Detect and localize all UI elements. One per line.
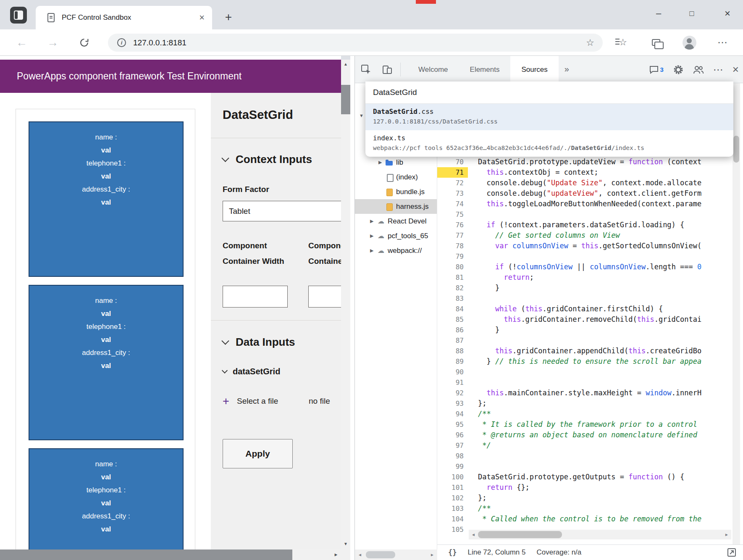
line-number[interactable]: 84 [437,304,468,314]
line-number[interactable]: 94 [437,409,468,419]
line-number[interactable]: 92 [437,388,468,398]
line-number[interactable]: 88 [437,346,468,356]
editor-horizontal-scrollbar[interactable]: ◄ ► [469,530,731,539]
favorites-bar-icon[interactable]: ☆ [613,33,633,52]
expander-closed-icon[interactable]: ▶ [378,160,385,165]
code-line[interactable]: } // this is needed to ensure the scroll… [478,356,732,367]
code-line[interactable]: /** [478,503,732,514]
code-line[interactable]: * It is called by the framework prior to… [478,419,732,430]
line-number[interactable]: 86 [437,325,468,335]
inspect-element-icon[interactable] [360,63,373,76]
code-line[interactable]: console.debug("updateView", context.clie… [478,188,732,199]
profiles-icon[interactable] [693,65,704,75]
scroll-down-icon[interactable]: ▼ [341,539,350,549]
code-line[interactable]: // Get sorted columns on View [478,230,732,241]
more-tabs-icon[interactable]: » [559,56,575,83]
devtools-close-icon[interactable]: × [732,63,739,76]
tab-welcome[interactable]: Welcome [407,56,459,83]
navigator-horizontal-scrollbar[interactable]: ◄ ► [355,549,437,560]
tree-item-index[interactable]: (index) [355,170,437,184]
scrollbar-thumb[interactable] [0,549,292,560]
line-number[interactable]: 75 [437,209,468,220]
line-number[interactable]: 81 [437,272,468,283]
line-number[interactable]: 89 [437,356,468,367]
expander-open-icon[interactable]: ▼ [359,113,366,118]
line-number[interactable]: 95 [437,419,468,430]
browser-tab[interactable]: PCF Control Sandbox × [36,6,212,29]
dataset-grid-group[interactable]: dataSetGrid [223,367,280,376]
code-line[interactable] [478,461,732,472]
scrollbar-thumb[interactable] [341,85,350,114]
data-inputs-section-header[interactable]: Data Inputs [223,336,295,349]
toggle-panel-icon[interactable] [727,548,736,557]
code-line[interactable] [478,209,732,220]
select-file-button[interactable]: Select a file [237,397,278,406]
tab-sources[interactable]: Sources [510,56,558,83]
component-height-input[interactable] [308,286,341,308]
line-number[interactable]: 85 [437,314,468,325]
line-number[interactable]: 83 [437,293,468,304]
line-number[interactable]: 82 [437,283,468,293]
expander-closed-icon[interactable]: ▶ [370,233,377,239]
code-line[interactable]: if (!columnsOnView || columnsOnView.leng… [478,262,732,272]
line-number[interactable]: 104 [437,514,468,524]
record-card[interactable]: name :valtelephone1 :valaddress1_city :v… [29,448,184,549]
component-width-input[interactable] [223,286,288,308]
browser-menu-icon[interactable]: ⋯ [713,33,732,52]
line-number[interactable]: 103 [437,503,468,514]
code-line[interactable]: }; [478,398,732,409]
code-line[interactable] [478,293,732,304]
address-bar[interactable]: i 127.0.0.1:8181 ☆ [108,34,603,52]
window-maximize-button[interactable]: □ [680,4,704,24]
collections-icon[interactable] [646,33,666,52]
scrollbar-thumb[interactable] [366,551,395,558]
line-number[interactable]: 101 [437,482,468,493]
code-line[interactable]: this.toggleLoadMoreButtonWhenNeeded(cont… [478,199,732,209]
code-line[interactable]: * Called when the control is to be remov… [478,514,732,524]
scrollbar-thumb[interactable] [733,136,739,163]
code-line[interactable] [478,451,732,461]
code-line[interactable] [478,251,732,262]
apply-button[interactable]: Apply [223,439,293,468]
quickopen-result[interactable]: index.tswebpack://pcf_tools_652ac3f36e…4… [365,130,733,157]
page-horizontal-scrollbar[interactable]: ► [0,549,341,560]
tree-item-harness-js[interactable]: harness.js [355,199,437,214]
code-line[interactable]: this.contextObj = context; [478,167,732,178]
context-inputs-section-header[interactable]: Context Inputs [223,153,312,166]
window-minimize-button[interactable]: – [647,4,670,24]
line-number[interactable]: 98 [437,451,468,461]
scroll-up-icon[interactable]: ▲ [341,60,350,69]
line-number[interactable]: 96 [437,430,468,440]
site-info-icon[interactable]: i [117,38,126,47]
tree-item-pcf-tools-65[interactable]: ▶☁pcf_tools_65 [355,229,437,243]
tab-close-icon[interactable]: × [199,6,205,29]
code-line[interactable]: return {}; [478,482,732,493]
profile-avatar[interactable] [680,33,699,52]
tab-elements[interactable]: Elements [459,56,511,83]
line-number[interactable]: 73 [437,188,468,199]
console-messages-icon[interactable]: 3 [649,66,663,74]
code-line[interactable]: } [478,325,732,335]
code-line[interactable] [478,367,732,377]
code-line[interactable]: console.debug("Update Size", context.mod… [478,178,732,188]
code-line[interactable]: */ [478,440,732,451]
code-line[interactable]: var columnsOnView = this.getSortedColumn… [478,241,732,251]
line-number[interactable]: 79 [437,251,468,262]
line-number[interactable]: 99 [437,461,468,472]
line-number[interactable]: 93 [437,398,468,409]
tree-item-bundle-js[interactable]: bundle.js [355,184,437,199]
code-line[interactable]: return; [478,272,732,283]
code-line[interactable]: this.gridContainer.appendChild(this.crea… [478,346,732,356]
window-close-button[interactable]: × [716,4,739,24]
scroll-right-icon[interactable]: ► [722,530,731,539]
scroll-right-icon[interactable]: ► [331,549,341,560]
line-number[interactable]: 102 [437,493,468,503]
code-line[interactable]: }; [478,493,732,503]
scroll-right-icon[interactable]: ► [428,549,436,560]
back-button[interactable]: ← [16,29,27,56]
settings-gear-icon[interactable] [673,64,684,75]
code-line[interactable]: } [478,283,732,293]
scrollbar-thumb[interactable] [478,531,562,538]
record-card[interactable]: name :valtelephone1 :valaddress1_city :v… [29,121,184,277]
tree-item-react-devel[interactable]: ▶☁React Devel [355,214,437,229]
